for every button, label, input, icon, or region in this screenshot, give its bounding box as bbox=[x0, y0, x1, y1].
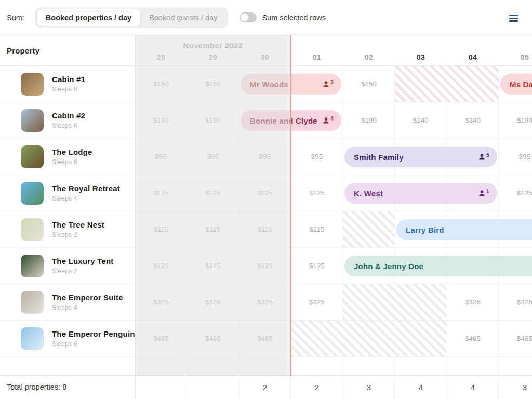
price-cell[interactable]: $325 bbox=[291, 284, 343, 320]
sum-selected-rows-toggle[interactable] bbox=[240, 12, 257, 22]
booking-guest-name: Ms Dav bbox=[510, 80, 532, 89]
price-cell[interactable]: $325 bbox=[447, 284, 499, 320]
row-dates: $465$465$465$465$465 bbox=[135, 321, 532, 356]
price-cell[interactable]: $115 bbox=[291, 211, 343, 247]
property-sleeps: Sleeps 4 bbox=[52, 195, 77, 202]
price-cell[interactable]: $150 bbox=[135, 66, 187, 102]
property-thumbnail bbox=[21, 218, 44, 241]
row-dates: $95$95$95$95$95Smith Family5 bbox=[135, 139, 532, 175]
price-cell[interactable]: $125 bbox=[135, 248, 187, 284]
price-cell[interactable]: $125 bbox=[239, 175, 291, 211]
price-cell[interactable]: $465 bbox=[135, 321, 187, 356]
table-row: The Tree NestSleeps 2$115$115$115$115Lar… bbox=[0, 211, 532, 248]
table-row: The Emperor SuiteSleeps 4$325$325$325$32… bbox=[0, 284, 532, 321]
segmented-option-booked-properties[interactable]: Booked properties / day bbox=[37, 9, 140, 26]
property-name: The Lodge bbox=[52, 148, 92, 156]
property-thumbnail bbox=[21, 73, 44, 96]
booking-bar[interactable]: John & Jenny Doe bbox=[344, 256, 532, 276]
hamburger-menu-icon[interactable] bbox=[509, 15, 518, 22]
booking-bar[interactable]: K. West1 bbox=[344, 183, 497, 204]
property-sleeps: Sleeps 2 bbox=[52, 231, 77, 238]
segmented-option-booked-guests[interactable]: Booked guests / day bbox=[140, 9, 226, 26]
property-row[interactable]: Cabin #2Sleeps 6 bbox=[0, 102, 135, 138]
price-cell[interactable]: $465 bbox=[499, 321, 532, 356]
price-cell[interactable]: $125 bbox=[291, 248, 343, 284]
property-row[interactable]: The Tree NestSleeps 2 bbox=[0, 211, 135, 247]
price-cell[interactable]: $240 bbox=[447, 102, 499, 138]
price-cell[interactable]: $190 bbox=[135, 102, 187, 138]
price-cell[interactable]: $190 bbox=[187, 102, 239, 138]
price-cell[interactable]: $95 bbox=[499, 139, 532, 175]
price-cell[interactable]: $125 bbox=[291, 175, 343, 211]
guest-icon: 1 bbox=[478, 188, 489, 197]
price-cell[interactable]: $325 bbox=[499, 284, 532, 320]
property-row[interactable]: Cabin #1Sleeps 8 bbox=[0, 66, 135, 102]
day-header: 04 bbox=[447, 53, 499, 61]
price-cell[interactable]: $465 bbox=[187, 321, 239, 356]
booking-bar[interactable]: Mr Woods3 bbox=[241, 74, 341, 95]
price-cell[interactable]: $125 bbox=[135, 175, 187, 211]
day-header: 29 bbox=[187, 53, 239, 61]
price-cell[interactable]: $150 bbox=[343, 66, 395, 102]
price-cell[interactable]: $95 bbox=[291, 139, 343, 175]
price-cell[interactable]: $95 bbox=[239, 139, 291, 175]
property-name: The Royal Retreat bbox=[52, 184, 120, 193]
price-cell[interactable]: $325 bbox=[187, 284, 239, 320]
guest-count: 4 bbox=[330, 115, 334, 122]
totals-footer: Total properties: 8 223443 bbox=[0, 376, 532, 399]
price-cell[interactable]: $240 bbox=[395, 102, 447, 138]
empty-row bbox=[0, 357, 532, 376]
guest-count: 5 bbox=[486, 152, 489, 158]
price-cell[interactable]: $190 bbox=[499, 102, 532, 138]
day-header: 03 bbox=[395, 53, 447, 61]
guest-count: 1 bbox=[486, 188, 489, 194]
price-cell[interactable]: $115 bbox=[135, 211, 187, 247]
total-cell: 4 bbox=[395, 376, 447, 399]
price-cell[interactable]: $325 bbox=[135, 284, 187, 320]
property-sleeps: Sleeps 2 bbox=[52, 268, 77, 275]
property-row[interactable]: The Royal RetreatSleeps 4 bbox=[0, 175, 135, 211]
property-row[interactable]: The LodgeSleeps 6 bbox=[0, 139, 135, 175]
guest-icon: 4 bbox=[322, 115, 334, 125]
property-thumbnail bbox=[21, 291, 44, 314]
price-cell[interactable]: $125 bbox=[499, 175, 532, 211]
hatch-blocked-cell bbox=[343, 284, 447, 320]
price-cell[interactable]: $125 bbox=[187, 175, 239, 211]
calendar-header: Property November 2022 2829300102030405 bbox=[0, 35, 532, 66]
property-name: Cabin #2 bbox=[52, 111, 85, 120]
table-row: The Royal RetreatSleeps 4$125$125$125$12… bbox=[0, 175, 532, 211]
price-cell[interactable]: $125 bbox=[187, 248, 239, 284]
property-thumbnail bbox=[21, 145, 44, 168]
booking-bar[interactable]: Larry Bird bbox=[396, 219, 532, 240]
property-name: The Emperor Penguin Suite bbox=[52, 329, 135, 338]
booking-guest-name: Larry Bird bbox=[406, 225, 444, 234]
price-cell[interactable]: $465 bbox=[447, 321, 499, 356]
property-row[interactable]: The Luxury TentSleeps 2 bbox=[0, 248, 135, 284]
price-cell[interactable]: $115 bbox=[239, 211, 291, 247]
hatch-blocked-cell bbox=[291, 321, 447, 356]
booking-bar[interactable]: Smith Family5 bbox=[344, 147, 497, 167]
sum-selected-rows-label: Sum selected rows bbox=[262, 14, 326, 22]
price-cell[interactable]: $150 bbox=[187, 66, 239, 102]
property-thumbnail bbox=[21, 182, 44, 205]
toolbar: Sum: Booked properties / day Booked gues… bbox=[0, 0, 532, 35]
price-cell[interactable]: $95 bbox=[135, 139, 187, 175]
total-cell bbox=[187, 376, 239, 399]
price-cell[interactable]: $325 bbox=[239, 284, 291, 320]
booking-bar[interactable]: Ms Dav bbox=[500, 74, 532, 95]
price-cell[interactable]: $190 bbox=[343, 102, 395, 138]
price-cell[interactable]: $95 bbox=[187, 139, 239, 175]
property-thumbnail bbox=[21, 109, 44, 132]
booking-bar[interactable]: Bonnie and Clyde4 bbox=[241, 110, 341, 131]
property-sleeps: Sleeps 8 bbox=[52, 86, 77, 93]
total-cell bbox=[135, 376, 187, 399]
property-row[interactable]: The Emperor Penguin SuiteSleeps 6 bbox=[0, 321, 135, 356]
table-row: The LodgeSleeps 6$95$95$95$95$95Smith Fa… bbox=[0, 139, 532, 175]
price-cell[interactable]: $115 bbox=[187, 211, 239, 247]
price-cell[interactable]: $125 bbox=[239, 248, 291, 284]
property-row[interactable]: The Emperor SuiteSleeps 4 bbox=[0, 284, 135, 320]
booking-guest-name: Smith Family bbox=[354, 153, 404, 162]
guest-count: 3 bbox=[330, 79, 334, 85]
day-header: 05 bbox=[499, 53, 532, 61]
price-cell[interactable]: $465 bbox=[239, 321, 291, 356]
